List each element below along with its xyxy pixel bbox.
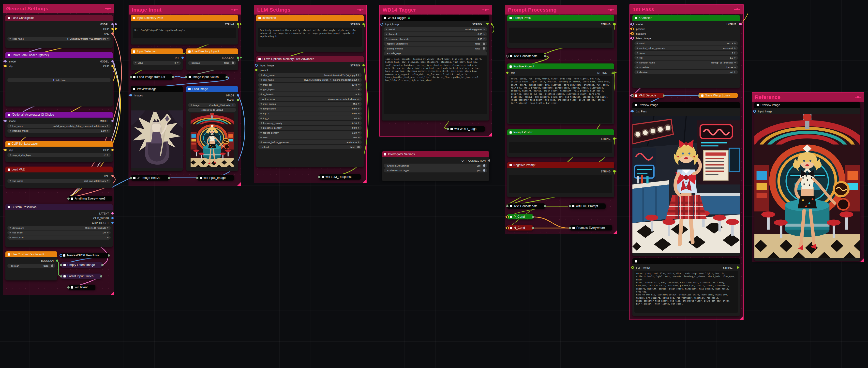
decrement-arrow[interactable]: ◀: [637, 71, 638, 73]
decrement-arrow[interactable]: ◀: [260, 132, 261, 133]
output-slot-string[interactable]: [613, 23, 615, 25]
input-slot[interactable]: [60, 264, 62, 266]
toggle-knob[interactable]: [51, 265, 53, 267]
increment-arrow[interactable]: ▶: [358, 103, 360, 105]
add-lora-button[interactable]: ✚Add Lora: [7, 78, 111, 82]
output-slot-clip-height[interactable]: [112, 222, 114, 224]
node-header[interactable]: Load Checkpoint: [5, 15, 113, 21]
increment-arrow[interactable]: ▶: [358, 132, 360, 133]
output-slot[interactable]: [168, 177, 170, 179]
collapse-toggle[interactable]: [451, 128, 453, 130]
increment-arrow[interactable]: ▶: [484, 38, 485, 40]
widget-vae-name[interactable]: ◀vae_namesdxl_vae.safetensors▶: [7, 179, 111, 183]
toggle-knob[interactable]: [231, 61, 234, 64]
widget-frequency-penalty[interactable]: ◀frequency_penalty0.10▶: [258, 121, 362, 125]
negative-prompt[interactable]: Negative PromptSTRING: [507, 162, 614, 197]
widget-top-p[interactable]: ◀top_p0.90▶: [258, 112, 362, 116]
increment-arrow[interactable]: ▶: [358, 141, 360, 143]
prompt-postfix[interactable]: Prompt PostfixSTRING: [507, 129, 614, 157]
decrement-arrow[interactable]: ◀: [385, 28, 387, 30]
widget-sampler-name[interactable]: ◀sampler_namedpmpp_2s_ancestral▶: [634, 61, 738, 65]
node-header[interactable]: Preview Image: [632, 102, 740, 108]
decrement-arrow[interactable]: ◀: [385, 33, 387, 35]
widget-threshold[interactable]: ◀threshold0.35▶: [383, 32, 487, 36]
node-header[interactable]: [632, 258, 740, 264]
decrement-arrow[interactable]: ◀: [260, 103, 261, 105]
use-directory-input[interactable]: Use Directory Input?BOOLEANbooleanfalse: [186, 49, 238, 70]
input-slot-1st-pass[interactable]: [631, 110, 634, 113]
widget-dimensions[interactable]: ◀dimensions896 x 1152 (portrait)▶: [7, 226, 111, 230]
group-resize-handle[interactable]: [111, 291, 114, 295]
widget-trailing-comma[interactable]: trailing_commafalse: [383, 47, 487, 51]
input-slot-positive[interactable]: [631, 28, 634, 30]
output-slot-boolean[interactable]: [237, 57, 239, 59]
increment-arrow[interactable]: ▶: [484, 28, 485, 30]
widget-boolean[interactable]: booleanfalse: [7, 264, 55, 268]
collapse-toggle[interactable]: [8, 114, 10, 116]
collapse-toggle[interactable]: [509, 131, 512, 133]
increment-arrow[interactable]: ▶: [177, 62, 179, 64]
increment-arrow[interactable]: ▶: [735, 52, 736, 54]
group-resize-handle[interactable]: [740, 316, 743, 319]
wifi-full-prompt[interactable]: wifi Full_Prompt: [570, 204, 606, 209]
node-header[interactable]: (Optional) Accelerator Of Choice: [5, 112, 113, 118]
collapse-toggle[interactable]: [133, 177, 135, 179]
llava-optional-memory-free-advanced[interactable]: LLava Optional Memory Free Advancedinput…: [256, 56, 364, 167]
decrement-arrow[interactable]: ◀: [9, 180, 11, 182]
latent-input-switch[interactable]: Latent Input Switch: [61, 274, 101, 279]
input-slot-clip[interactable]: [4, 149, 7, 151]
widget-system-msg[interactable]: system_msgYou are an assistant who perfe: [258, 97, 362, 101]
output-slot-mask[interactable]: [237, 99, 239, 101]
collapse-toggle[interactable]: [510, 216, 512, 218]
node-header[interactable]: CLIP Set Last Layer: [5, 141, 113, 147]
collapse-toggle[interactable]: [634, 260, 637, 263]
widget-denoise[interactable]: ◀denoise1.00▶: [634, 70, 738, 74]
node-header[interactable]: Interrogator Settings: [382, 151, 489, 157]
output-slot-model[interactable]: [112, 60, 114, 62]
input-directory-path[interactable]: Input Directory PathSTRINGD:...ComfyUI\i…: [131, 15, 238, 44]
input-slot-input-image[interactable]: [753, 110, 756, 113]
decrement-arrow[interactable]: ◀: [260, 108, 261, 110]
collapse-toggle[interactable]: [756, 104, 759, 106]
input-slot[interactable]: [506, 205, 508, 207]
wifi-llm-response[interactable]: wifi LLM_Response: [319, 174, 361, 180]
decrement-arrow[interactable]: ◀: [260, 74, 261, 76]
collapse-toggle[interactable]: [509, 17, 512, 19]
input-slot[interactable]: [60, 254, 62, 257]
output-slot-int[interactable]: [182, 57, 184, 59]
p-cond[interactable]: P_Cond: [507, 214, 533, 219]
widget-batch-size[interactable]: ◀batch_size1▶: [7, 236, 111, 240]
output-slot-vae[interactable]: [112, 175, 114, 177]
node-header[interactable]: Positive Prompt: [507, 63, 614, 69]
toggle-knob[interactable]: [483, 47, 485, 50]
input-slot[interactable]: [60, 275, 62, 277]
output-slot-opt-connection[interactable]: [488, 159, 490, 162]
toggle-knob[interactable]: [483, 164, 486, 167]
collapse-toggle[interactable]: [509, 164, 512, 166]
widget-model[interactable]: ◀modelwd-vit-tagger-v3▶: [383, 27, 487, 31]
collapse-toggle[interactable]: [258, 58, 261, 60]
widget-strength-model[interactable]: ◀strength_model1.00▶: [7, 129, 111, 133]
collapse-toggle[interactable]: [133, 76, 135, 78]
widget-character-threshold[interactable]: ◀character_threshold0.85▶: [383, 37, 487, 41]
node-header[interactable]: Use Directory Input?: [186, 49, 238, 54]
node-header[interactable]: Preview Image: [131, 86, 183, 92]
group-titlebar[interactable]: 1st Pass: [630, 5, 743, 14]
collapse-toggle[interactable]: [63, 254, 65, 256]
collapse-toggle[interactable]: [133, 88, 135, 90]
increment-arrow[interactable]: ▶: [107, 227, 109, 229]
preview-image-reference[interactable]: Preview Imageinput_image: [754, 102, 860, 261]
output-slot[interactable]: [101, 264, 103, 266]
increment-arrow[interactable]: ▶: [735, 71, 736, 73]
increment-arrow[interactable]: ▶: [358, 127, 360, 129]
increment-arrow[interactable]: ▶: [232, 104, 234, 106]
collapse-toggle[interactable]: [322, 176, 324, 178]
decrement-arrow[interactable]: ◀: [9, 232, 11, 234]
input-slot[interactable]: [631, 94, 634, 97]
collapse-toggle[interactable]: [8, 54, 10, 56]
choose-file-to-upload-button[interactable]: choose file to upload: [188, 108, 236, 112]
output-slot-string[interactable]: [737, 267, 739, 269]
node-header[interactable]: Prompt Postfix: [507, 129, 614, 135]
widget-top-k[interactable]: ◀top_k40▶: [258, 116, 362, 120]
output-slot-string[interactable]: [613, 137, 615, 140]
